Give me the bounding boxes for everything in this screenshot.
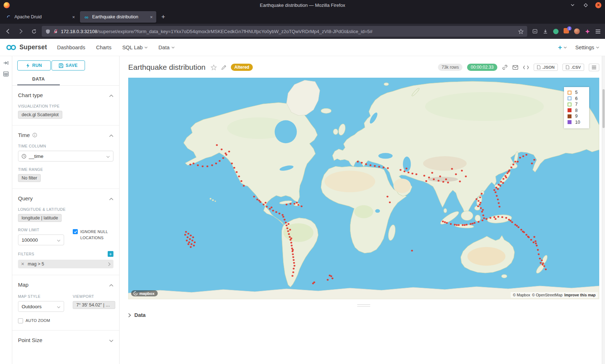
info-icon[interactable] [32,133,37,137]
legend-label: 8 [575,108,578,113]
dataset-grid-icon[interactable] [3,71,9,77]
firefox-icon [4,2,10,8]
legend-item: 7 [568,101,585,108]
settings-label: Settings [575,45,594,50]
resize-drag-handle[interactable] [357,304,370,306]
attribution-mapbox[interactable]: © Mapbox [513,293,530,297]
ignore-null-checkbox[interactable]: IGNORE NULL LOCATIONS [73,229,113,241]
export-csv-button[interactable]: .CSV [563,64,584,71]
browser-tab[interactable]: Apache Druid× [2,11,79,23]
viz-type-value[interactable]: deck.gl Scatterplot [18,111,62,119]
time-range-value[interactable]: No filter [18,174,41,182]
viz-type-label: VISUALIZATION TYPE [18,104,113,108]
legend-item: 9 [568,113,585,119]
altered-badge[interactable]: Altered [231,64,253,71]
extension-orange-icon[interactable]: 2 [564,28,569,35]
map-style-select[interactable]: Outdoors [18,301,64,312]
url-text[interactable]: 172.18.0.3:32108/superset/explore/?form_… [61,29,515,34]
favorite-star-icon[interactable] [211,64,217,70]
auto-zoom-label: AUTO ZOOM [26,318,50,324]
save-disk-icon [59,63,63,68]
mapbox-logo[interactable]: mapbox [131,290,158,296]
save-button[interactable]: SAVE [51,60,85,70]
viewport-value[interactable]: 7° 35' 54.02" | 31… [73,301,115,309]
close-tab-icon[interactable]: × [149,14,153,20]
nav-item-dashboards[interactable]: Dashboards [57,45,85,50]
close-window-icon[interactable]: × [595,2,601,8]
attribution-improve-link[interactable]: Improve this map [564,293,596,297]
chevron-down-icon [171,46,175,49]
query-timer-badge: 00:00:02.33 [467,64,497,71]
chevron-up-icon[interactable] [109,132,113,138]
lonlat-value[interactable]: longitude | latitude [18,214,62,222]
add-filter-button[interactable]: + [108,251,113,257]
section-title: Query [18,195,33,201]
browser-tabbar: Apache Druid×∞Earthquake distribution× + [0,10,605,24]
deckgl-map[interactable]: 5678910 mapbox © Mapbox © OpenStreetMap … [128,78,599,299]
url-bar[interactable]: 172.18.0.3:32108/superset/explore/?form_… [42,26,527,37]
back-icon[interactable] [3,26,13,36]
legend-swatch [568,96,572,100]
edit-pencil-icon[interactable] [221,65,227,70]
chart-menu-button[interactable] [589,64,599,71]
attribution-osm[interactable]: © OpenStreetMap [532,293,563,297]
browser-tab[interactable]: ∞Earthquake distribution× [80,11,156,23]
chevron-down-icon[interactable] [109,337,113,343]
close-tab-icon[interactable]: × [71,14,76,20]
panel-tabs: DATA [12,74,119,86]
chevron-up-icon[interactable] [109,282,113,288]
chevron-down-icon [596,46,599,49]
bookmark-star-icon[interactable] [518,29,524,34]
world-map [128,78,599,299]
row-limit-select[interactable]: 100000 [18,235,64,245]
extension-green-icon[interactable] [553,29,559,34]
reload-icon[interactable] [29,26,39,36]
embed-code-icon[interactable] [523,65,529,70]
extension-pink-icon[interactable] [585,29,590,34]
save-to-pocket-icon[interactable] [532,29,538,34]
menu-hamburger-icon[interactable] [595,29,601,34]
email-icon[interactable] [512,65,518,70]
clock-icon [22,154,26,159]
filter-pill[interactable]: ✕ mag > 5 [18,260,113,268]
nav-item-data[interactable]: Data [158,45,175,50]
tab-data[interactable]: DATA [17,74,60,85]
downloads-icon[interactable] [543,29,548,34]
remove-filter-icon[interactable]: ✕ [21,261,24,267]
legend-swatch [568,91,572,95]
row-count-badge: 73k rows [438,64,462,71]
minimize-icon[interactable] [569,2,576,8]
export-json-button[interactable]: .JSON [534,64,558,71]
expand-panel-icon[interactable] [3,60,9,65]
new-tab-icon[interactable]: + [158,13,169,22]
section-chart-type: Chart type VISUALIZATION TYPE deck.gl Sc… [12,86,119,126]
browser-toolbar: 172.18.0.3:32108/superset/explore/?form_… [0,24,605,39]
insecure-lock-icon[interactable] [53,29,58,34]
chevron-right-icon[interactable] [108,262,111,266]
superset-favicon: ∞ [84,14,89,20]
account-avatar[interactable] [574,28,580,34]
tracking-shield-icon[interactable] [45,29,50,34]
chevron-up-icon[interactable] [109,92,113,98]
auto-zoom-checkbox[interactable]: AUTO ZOOM [18,318,113,324]
legend-label: 5 [575,90,578,95]
page-scrollbar[interactable] [602,56,605,364]
superset-logo[interactable]: Superset [6,44,47,51]
chart-title: Earthquake distribution [128,63,206,72]
checkbox-checked-icon[interactable] [73,229,78,234]
map-attribution: © Mapbox © OpenStreetMap Improve this ma… [511,292,598,298]
maximize-icon[interactable] [582,2,589,8]
time-column-select[interactable]: __time [18,151,113,161]
share-link-icon[interactable] [502,64,508,70]
section-title: Map [18,282,28,288]
run-button[interactable]: RUN [17,60,51,70]
forward-icon[interactable] [16,26,26,36]
settings-menu[interactable]: Settings [575,45,599,50]
nav-item-charts[interactable]: Charts [96,45,112,50]
nav-item-sql-lab[interactable]: SQL Lab [122,45,148,50]
chevron-up-icon[interactable] [109,195,113,201]
data-section-toggle[interactable]: Data [128,312,599,318]
new-item-button[interactable]: + [558,44,566,51]
checkbox-empty-icon[interactable] [18,318,23,323]
scrollbar-thumb[interactable] [602,89,605,128]
